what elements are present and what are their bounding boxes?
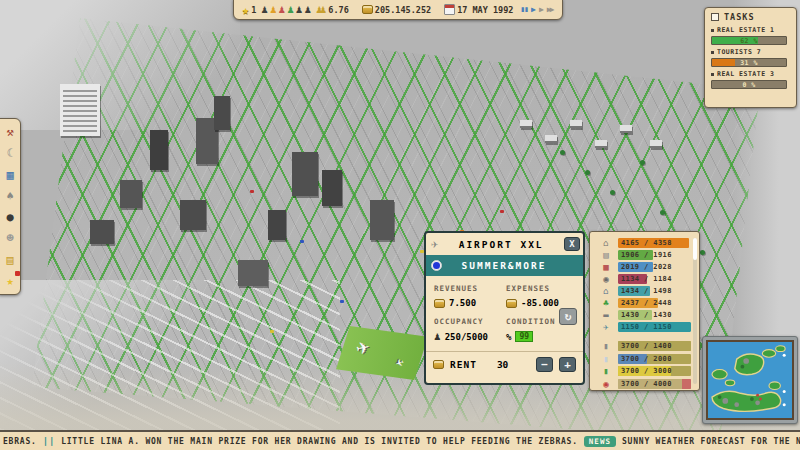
task-item[interactable]: REAL ESTATE 3 0 % bbox=[711, 70, 790, 89]
building bbox=[370, 200, 394, 240]
date-value: 17 MAY 1992 bbox=[457, 5, 513, 15]
industry-icon: ▦ bbox=[594, 262, 618, 272]
build-tools-button[interactable]: ⚒ bbox=[2, 124, 18, 140]
supply-icon: ▮ bbox=[594, 341, 618, 351]
task-item[interactable]: TOURISTS 7 31 % bbox=[711, 48, 790, 67]
face-icon: ☻ bbox=[6, 231, 13, 245]
rent-row: RENT 30 − + bbox=[426, 351, 583, 372]
tasks-title: TASKS bbox=[724, 12, 755, 22]
pause-button[interactable]: ▮▮ bbox=[520, 5, 528, 14]
person-icon: ♟ bbox=[296, 4, 303, 15]
fast-button[interactable]: ▶ bbox=[539, 5, 544, 14]
revenues-value: 7.500 bbox=[449, 298, 476, 308]
statistics-button[interactable]: ▦ bbox=[2, 167, 18, 183]
fastest-button[interactable]: ▶▶ bbox=[547, 5, 553, 14]
car bbox=[270, 330, 274, 333]
minimap-frame bbox=[706, 340, 794, 420]
building bbox=[238, 260, 268, 286]
scrollbar-thumb[interactable] bbox=[693, 238, 697, 260]
tree bbox=[700, 250, 705, 255]
resource-row-traffic: ▬ 1430 / 1430 bbox=[594, 309, 691, 321]
ticker-fragment: EBRAS. bbox=[3, 437, 37, 446]
airport-dialog: ✈ AIRPORT XXL X SUMMER&MORE REVENUES 7.5… bbox=[424, 231, 585, 385]
tasks-header[interactable]: TASKS bbox=[711, 12, 790, 22]
star-rating: ★ 1 bbox=[242, 4, 256, 16]
tasks-panel: TASKS REAL ESTATE 1 62 % TOURISTS 7 31 %… bbox=[704, 7, 797, 108]
tree-icon: ♣ bbox=[594, 298, 618, 308]
task-progressbar: 62 % bbox=[711, 36, 787, 45]
resource-row-buildings: ⌂ 4165 / 4358 bbox=[594, 237, 691, 249]
resource-row-offices: ▤ 1906 / 1916 bbox=[594, 249, 691, 261]
speed-controls: ▮▮ ▶ ▶ ▶▶ bbox=[520, 5, 552, 14]
building bbox=[620, 125, 632, 133]
task-percent: 0 % bbox=[712, 81, 786, 88]
hotel-icon: ⌂ bbox=[594, 286, 618, 296]
money-value: 205.145.252 bbox=[375, 5, 431, 15]
rent-label: RENT bbox=[450, 359, 477, 370]
resource-value: 3700 / 4000 bbox=[621, 379, 672, 389]
tree bbox=[640, 160, 645, 165]
supply-icon: ▮ bbox=[594, 354, 618, 364]
globe-icon: ● bbox=[6, 210, 13, 224]
close-button[interactable]: X bbox=[564, 237, 580, 251]
bullet-icon bbox=[711, 29, 714, 32]
expenses-value: -85.000 bbox=[521, 298, 559, 308]
expenses-label: EXPENSES bbox=[506, 284, 575, 293]
minimap[interactable] bbox=[702, 336, 798, 424]
task-label: TOURISTS 7 bbox=[717, 48, 761, 56]
achievements-button[interactable]: ★ bbox=[2, 273, 18, 289]
news-ticker: EBRAS. || LITTLE LINA A. WON THE MAIN PR… bbox=[0, 430, 800, 450]
scrollbar[interactable] bbox=[693, 238, 697, 384]
bullet-icon bbox=[711, 51, 714, 54]
resource-value: 1430 / 1430 bbox=[621, 310, 672, 320]
rent-increase-button[interactable]: + bbox=[559, 357, 576, 372]
world-button[interactable]: ● bbox=[2, 209, 18, 225]
airplane-icon: ✈ bbox=[431, 237, 438, 251]
star-icon: ★ bbox=[242, 4, 249, 16]
resource-value: 1134 / 1184 bbox=[621, 274, 672, 284]
tree bbox=[610, 190, 615, 195]
resource-value: 1906 / 1916 bbox=[621, 250, 672, 260]
resource-value: 3700 / 2000 bbox=[621, 354, 672, 364]
money-display: 205.145.252 bbox=[362, 5, 431, 15]
resource-row-leisure: ◉ 1134 / 1184 bbox=[594, 273, 691, 285]
rent-decrease-button[interactable]: − bbox=[536, 357, 553, 372]
building bbox=[150, 130, 168, 170]
finance-button[interactable]: ▤ bbox=[2, 252, 18, 268]
toolbar-sidebar: ⚒ ☾ ▦ ♠ ● ☻ ▤ ★ bbox=[0, 118, 21, 295]
building bbox=[268, 210, 286, 240]
task-item[interactable]: REAL ESTATE 1 62 % bbox=[711, 26, 790, 45]
resource-row-airport: ✈ 1150 / 1150 bbox=[594, 321, 691, 333]
star-icon: ★ bbox=[6, 274, 13, 288]
resource-value: 2437 / 2448 bbox=[621, 298, 672, 308]
building-chart-icon: ▦ bbox=[6, 168, 13, 182]
tree bbox=[660, 210, 665, 215]
day-night-button[interactable]: ☾ bbox=[2, 145, 18, 161]
resource-row-industry: ▦ 2019 / 2028 bbox=[594, 261, 691, 273]
owner-radio-icon[interactable] bbox=[431, 260, 442, 271]
tree bbox=[560, 150, 565, 155]
money-icon bbox=[434, 299, 445, 308]
notification-badge bbox=[15, 271, 20, 276]
wheel-icon: ◉ bbox=[594, 274, 618, 284]
bullet-icon bbox=[711, 73, 714, 76]
terrain-button[interactable]: ♠ bbox=[2, 188, 18, 204]
star-count: 1 bbox=[251, 5, 256, 15]
play-button[interactable]: ▶ bbox=[531, 5, 536, 14]
money-icon bbox=[362, 5, 373, 14]
resource-value: 4165 / 4358 bbox=[621, 238, 672, 248]
moon-icon: ☾ bbox=[6, 146, 13, 160]
rent-value: 30 bbox=[497, 359, 508, 370]
checkbox-icon bbox=[711, 13, 719, 21]
building bbox=[650, 140, 662, 148]
car bbox=[340, 300, 344, 303]
ticker-message: LITTLE LINA A. WON THE MAIN PRIZE FOR HE… bbox=[61, 437, 578, 446]
condition-value: 99 bbox=[515, 331, 533, 342]
task-percent: 62 % bbox=[712, 37, 786, 44]
car-icon: ▬ bbox=[594, 310, 618, 320]
rebuild-button[interactable]: ↻ bbox=[559, 308, 577, 325]
task-label: REAL ESTATE 3 bbox=[717, 70, 774, 78]
office-icon: ▤ bbox=[594, 250, 618, 260]
people-button[interactable]: ☻ bbox=[2, 230, 18, 246]
ticker-message: SUNNY WEATHER FORECAST FOR THE NEXT 365 … bbox=[622, 437, 800, 446]
